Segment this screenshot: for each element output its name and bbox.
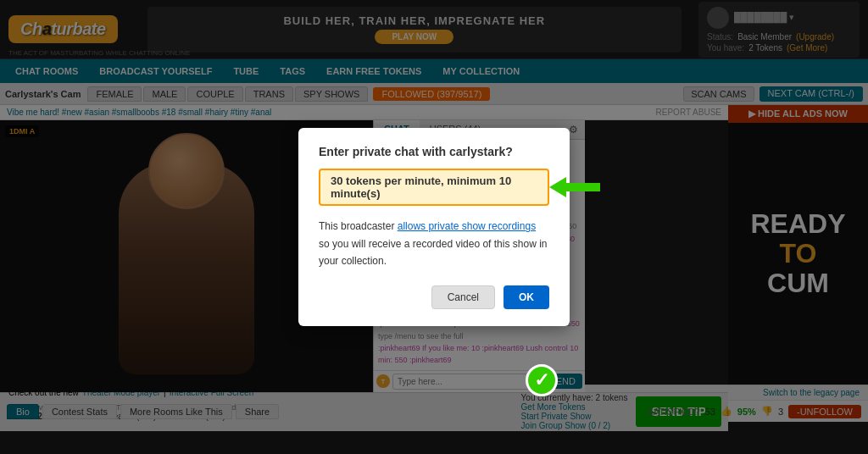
modal-highlight: 30 tokens per minute, minimum 10 minute(… [319,169,549,206]
modal-description: This broadcaster allows private show rec… [319,218,549,269]
modal-ok-btn[interactable]: OK [504,285,549,309]
modal-overlay: Enter private chat with carlystark? 30 t… [0,0,868,454]
checkmark-badge: ✓ [526,364,558,396]
private-chat-modal: Enter private chat with carlystark? 30 t… [298,128,570,325]
arrow-indicator [549,177,600,197]
modal-title: Enter private chat with carlystark? [319,145,549,158]
recordings-link[interactable]: allows private show recordings [398,220,536,232]
modal-cancel-btn[interactable]: Cancel [431,285,495,309]
modal-btn-row: Cancel OK [319,285,549,309]
